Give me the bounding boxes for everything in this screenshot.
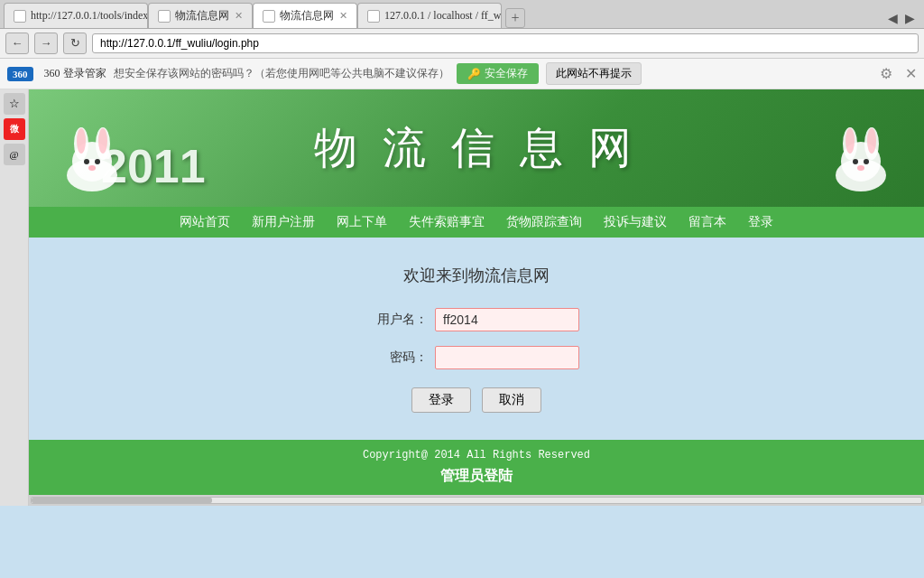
nav-guestbook[interactable]: 留言本	[688, 214, 726, 230]
bunny-left-icon	[56, 112, 128, 207]
sidebar-email-icon[interactable]: @	[4, 144, 25, 165]
svg-point-14	[867, 128, 876, 154]
horizontal-scrollbar[interactable]	[29, 495, 924, 506]
scrollbar-track	[31, 497, 922, 504]
security-label: 360 登录管家	[44, 66, 106, 81]
browser-layout: ☆ 微 @ 2011	[0, 89, 924, 506]
username-row: 用户名：	[374, 308, 579, 331]
no-remind-label: 此网站不再提示	[556, 67, 632, 79]
save-password-label: 安全保存	[485, 66, 528, 81]
tab-2[interactable]: 物流信息网 ✕	[148, 3, 253, 28]
login-button[interactable]: 登录	[411, 387, 471, 413]
tab-4[interactable]: 127.0.0.1 / localhost / ff_wu... ✕	[357, 3, 502, 28]
tab-1-label: http://127.0.0.1/tools/index...	[31, 9, 148, 23]
security-bar: 360 360 登录管家 想安全保存该网站的密码吗？（若您使用网吧等公共电脑不建…	[0, 59, 924, 89]
settings-icon[interactable]: ⚙	[880, 65, 892, 82]
tab-2-icon	[158, 10, 171, 23]
browser-window: http://127.0.0.1/tools/index... ✕ 物流信息网 …	[0, 0, 924, 506]
logo-360: 360	[7, 67, 33, 81]
nav-bar: 网站首页 新用户注册 网上下单 失件索赔事宜 货物跟踪查询 投诉与建议 留言本 …	[29, 207, 924, 238]
tab-3-icon	[263, 10, 275, 23]
password-input[interactable]	[435, 346, 579, 369]
sidebar-star-icon[interactable]: ☆	[4, 93, 25, 115]
svg-point-15	[853, 159, 858, 164]
nav-login[interactable]: 登录	[748, 214, 773, 230]
nav-lost-claim[interactable]: 失件索赔事宜	[409, 214, 485, 230]
form-buttons: 登录 取消	[411, 387, 541, 413]
tab-1-icon	[14, 10, 26, 23]
site-header: 2011	[29, 89, 924, 207]
refresh-button[interactable]: ↻	[63, 33, 87, 54]
new-tab-button[interactable]: +	[505, 8, 525, 28]
save-password-button[interactable]: 🔑 安全保存	[457, 63, 539, 84]
svg-point-4	[77, 128, 86, 154]
forward-button[interactable]: →	[34, 33, 58, 54]
tab-4-icon	[367, 10, 380, 23]
back-button[interactable]: ←	[5, 33, 29, 54]
nav-home[interactable]: 网站首页	[180, 214, 230, 230]
tab-1[interactable]: http://127.0.0.1/tools/index... ✕	[4, 3, 148, 28]
nav-forward-arrow[interactable]: ▶	[901, 9, 919, 28]
tab-3[interactable]: 物流信息网 ✕	[253, 3, 357, 28]
tab-bar: http://127.0.0.1/tools/index... ✕ 物流信息网 …	[0, 0, 924, 29]
svg-point-13	[845, 128, 855, 154]
nav-tracking[interactable]: 货物跟踪查询	[506, 214, 582, 230]
nav-arrows: ◀ ▶	[884, 9, 924, 28]
address-input[interactable]	[92, 33, 919, 53]
login-form: 用户名： 密码： 登录 取消	[374, 308, 579, 413]
svg-point-8	[88, 165, 96, 171]
sidebar-weibo-icon[interactable]: 微	[4, 118, 25, 140]
svg-point-7	[95, 159, 100, 164]
main-view: 2011	[29, 89, 924, 506]
site-footer: Copyright@ 2014 All Rights Reserved 管理员登…	[29, 440, 924, 495]
main-content: 欢迎来到物流信息网 用户名： 密码： 登录 取消	[29, 238, 924, 495]
password-label: 密码：	[374, 350, 428, 366]
welcome-title: 欢迎来到物流信息网	[403, 265, 550, 286]
tab-4-label: 127.0.0.1 / localhost / ff_wu...	[384, 9, 502, 23]
nav-register[interactable]: 新用户注册	[252, 214, 315, 230]
cancel-button[interactable]: 取消	[482, 387, 541, 413]
tab-3-close[interactable]: ✕	[339, 10, 347, 22]
key-icon: 🔑	[467, 68, 481, 80]
tab-2-label: 物流信息网	[175, 8, 229, 23]
address-bar: ← → ↻	[0, 29, 924, 59]
svg-point-6	[84, 159, 89, 164]
username-label: 用户名：	[374, 312, 428, 328]
close-security-bar-icon[interactable]: ✕	[905, 65, 917, 82]
nav-back-arrow[interactable]: ◀	[884, 9, 901, 28]
tab-3-label: 物流信息网	[280, 8, 334, 23]
password-row: 密码：	[374, 346, 579, 369]
tab-2-close[interactable]: ✕	[235, 10, 243, 22]
nav-order[interactable]: 网上下单	[337, 214, 387, 230]
page-content: 2011	[29, 89, 924, 495]
bunny-right-icon	[825, 112, 897, 207]
svg-point-16	[864, 159, 869, 164]
nav-complaint[interactable]: 投诉与建议	[604, 214, 667, 230]
username-input[interactable]	[435, 308, 579, 331]
svg-point-5	[98, 128, 107, 154]
footer-copyright: Copyright@ 2014 All Rights Reserved	[29, 449, 924, 461]
no-remind-button[interactable]: 此网站不再提示	[546, 62, 642, 85]
site-title: 物 流 信 息 网	[314, 119, 639, 177]
scrollbar-thumb[interactable]	[32, 498, 212, 503]
admin-login-link[interactable]: 管理员登陆	[29, 467, 924, 486]
security-message: 想安全保存该网站的密码吗？（若您使用网吧等公共电脑不建议保存）	[114, 66, 449, 81]
svg-point-17	[857, 165, 864, 171]
sidebar-strip: ☆ 微 @	[0, 89, 29, 506]
